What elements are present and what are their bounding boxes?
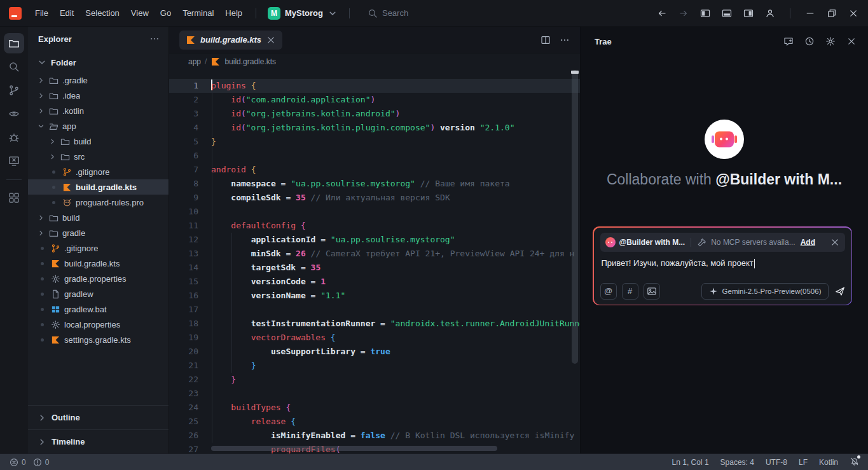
model-selector[interactable]: Gemini-2.5-Pro-Preview(0506) [701,283,829,300]
code-line-9[interactable]: 9 compileSdk = 35 // Или актуальная верс… [169,191,580,205]
horizontal-scrollbar[interactable] [211,446,497,451]
menu-edit[interactable]: Edit [54,6,79,20]
problems-indicator[interactable]: 0 0 [9,457,49,467]
code-line-6[interactable]: 6 [169,149,580,163]
tree-item-gradlew.bat[interactable]: gradlew.bat [28,301,169,317]
mention-button[interactable]: @ [600,283,617,300]
status-cursor-position[interactable]: Ln 1, Col 1 [672,458,709,467]
code-line-20[interactable]: 20 useSupportLibrary = true [169,345,580,359]
tree-item-gradle[interactable]: gradle [28,225,169,240]
toggle-right-panel-button[interactable] [739,5,758,22]
code-editor[interactable]: 1plugins {2 id("com.android.application"… [169,70,580,453]
account-button[interactable] [761,5,780,22]
code-line-15[interactable]: 15 versionCode = 1 [169,275,580,289]
menu-file[interactable]: File [29,6,54,20]
activity-files-icon[interactable] [4,33,24,53]
code-line-4[interactable]: 4 id("org.jetbrains.kotlin.plugin.compos… [169,121,580,135]
status-eol[interactable]: LF [799,458,808,467]
agent-chip-label[interactable]: @Builder with M... [619,238,685,247]
breadcrumb-file[interactable]: build.gradle.kts [224,57,276,66]
settings-gear-icon[interactable] [825,36,836,46]
code-line-7[interactable]: 7android { [169,163,580,177]
code-line-13[interactable]: 13 minSdk = 26 // CameraX требует API 21… [169,247,580,261]
menu-help[interactable]: Help [219,6,248,20]
code-line-5[interactable]: 5} [169,135,580,149]
status-language-mode[interactable]: Kotlin [819,458,838,467]
activity-debug-icon[interactable] [4,127,24,148]
code-line-22[interactable]: 22 } [169,373,580,387]
context-button[interactable]: # [622,283,638,300]
tree-item-build[interactable]: build [28,210,169,225]
tree-item-gradle.properties[interactable]: gradle.properties [28,271,169,286]
more-actions-icon[interactable] [149,34,160,44]
tree-item-app[interactable]: app [28,118,169,134]
code-line-24[interactable]: 24 buildTypes { [169,401,580,415]
notifications-muted-button[interactable] [850,457,859,468]
code-line-18[interactable]: 18 testInstrumentationRunner = "androidx… [169,317,580,331]
code-line-26[interactable]: 26 isMinifyEnabled = false // В Kotlin D… [169,429,580,443]
tree-item-build.gradle.kts[interactable]: build.gradle.kts [28,179,169,195]
tree-item-.kotlin[interactable]: .kotlin [28,103,169,118]
code-line-23[interactable]: 23 [169,387,580,401]
menu-view[interactable]: View [125,6,155,20]
tree-item-gradlew[interactable]: gradlew [28,286,169,301]
history-icon[interactable] [804,36,815,46]
activity-source-control-icon[interactable] [4,80,24,100]
minimize-button[interactable] [801,5,820,22]
menu-terminal[interactable]: Terminal [177,6,219,20]
activity-extensions-icon[interactable] [4,188,24,208]
tab-close-icon[interactable] [266,35,276,45]
close-window-button[interactable] [844,5,863,22]
code-line-2[interactable]: 2 id("com.android.application") [169,93,580,107]
vertical-scrollbar[interactable] [572,70,578,364]
folder-section-header[interactable]: Folder [28,51,169,73]
tree-item-build.gradle.kts[interactable]: build.gradle.kts [28,256,169,271]
tab-build-gradle-kts[interactable]: build.gradle.kts [179,31,282,50]
more-actions-icon[interactable] [560,35,570,45]
tree-item-.gradle[interactable]: .gradle [28,73,169,88]
code-line-12[interactable]: 12 applicationId = "ua.pp.soulrise.mysto… [169,233,580,247]
code-line-14[interactable]: 14 targetSdk = 35 [169,261,580,275]
attach-image-button[interactable] [644,283,660,300]
close-panel-icon[interactable] [846,36,857,46]
split-editor-icon[interactable] [541,35,551,45]
new-chat-icon[interactable] [783,36,794,46]
outline-section[interactable]: Outline [28,405,169,429]
tree-item-.gitignore[interactable]: .gitignore [28,164,169,179]
status-encoding[interactable]: UTF-8 [766,458,787,467]
tree-item-build[interactable]: build [28,134,169,149]
menu-go[interactable]: Go [155,6,177,20]
tree-item-local.properties[interactable]: local.properties [28,317,169,332]
tree-item-proguard-rules.pro[interactable]: proguard-rules.pro [28,195,169,210]
tree-item-.idea[interactable]: .idea [28,88,169,103]
code-line-25[interactable]: 25 release { [169,415,580,429]
restore-button[interactable] [822,5,841,22]
code-line-8[interactable]: 8 namespace = "ua.pp.soulrise.mystorog" … [169,177,580,191]
tree-item-.gitignore[interactable]: .gitignore [28,240,169,256]
send-icon[interactable] [835,286,845,296]
chip-close-icon[interactable] [830,237,840,247]
breadcrumb[interactable]: app / build.gradle.kts [169,53,580,70]
code-line-1[interactable]: 1plugins { [169,79,580,93]
code-line-21[interactable]: 21 } [169,359,580,373]
mcp-add-link[interactable]: Add [801,238,815,247]
breadcrumb-folder[interactable]: app [188,57,201,66]
toggle-bottom-panel-button[interactable] [717,5,736,22]
code-line-11[interactable]: 11 defaultConfig { [169,219,580,233]
global-search[interactable]: Search [368,8,408,18]
menu-selection[interactable]: Selection [79,6,125,20]
code-line-3[interactable]: 3 id("org.jetbrains.kotlin.android") [169,107,580,121]
tree-item-settings.gradle.kts[interactable]: settings.gradle.kts [28,332,169,347]
nav-forward-button[interactable] [674,5,693,22]
activity-test-screen-icon[interactable] [4,151,24,171]
chat-message-input[interactable]: Привет! Изучи, пожалуйста, мой проект [600,252,845,268]
activity-search-icon[interactable] [4,57,24,77]
timeline-section[interactable]: Timeline [28,429,169,453]
activity-remote-eye-icon[interactable] [4,104,24,124]
tree-item-src[interactable]: src [28,149,169,164]
project-selector[interactable]: M MyStorog [264,5,341,22]
code-line-17[interactable]: 17 [169,303,580,317]
code-line-10[interactable]: 10 [169,205,580,219]
nav-back-button[interactable] [652,5,672,22]
code-line-16[interactable]: 16 versionName = "1.1" [169,289,580,303]
